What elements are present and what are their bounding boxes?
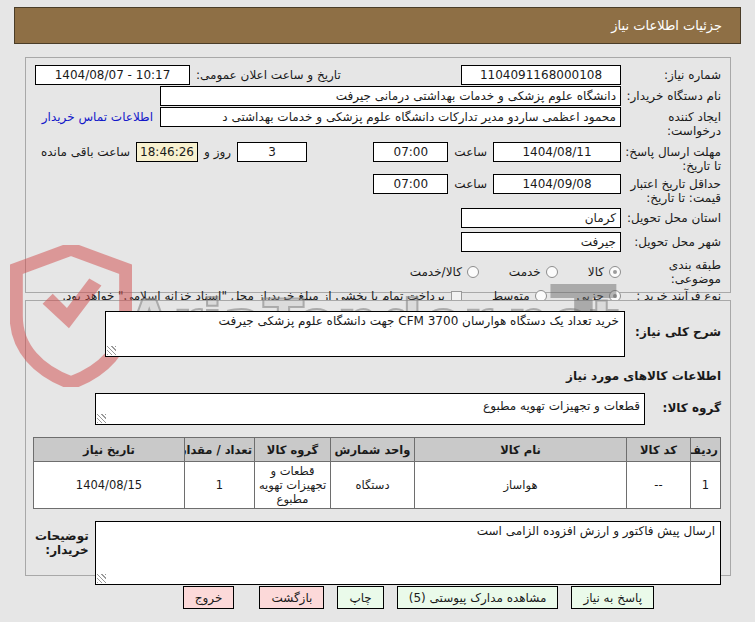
remaining-suffix-label: ساعت باقی مانده: [35, 142, 136, 159]
classification-label: طبقه بندی موضوعی:: [621, 258, 721, 286]
kala-khedmat-radio[interactable]: [467, 266, 479, 278]
goods-group-field[interactable]: قطعات و تجهیزات تهویه مطبوع: [95, 393, 645, 425]
classification-row: طبقه بندی موضوعی: کالا خدمت کالا/خدمت: [35, 258, 721, 286]
buyer-org-row: نام دستگاه خریدار: دانشگاه علوم پزشکی و …: [35, 86, 721, 106]
cell-quantity: 1: [185, 462, 255, 509]
validity-date-field[interactable]: 1404/09/08: [493, 174, 621, 194]
days-and-label: روز و: [198, 142, 237, 159]
back-button[interactable]: بازگشت: [259, 586, 324, 609]
request-creator-field[interactable]: محمود اعظمی ساردو مدیر تدارکات دانشگاه ع…: [160, 107, 621, 127]
need-info-group: شماره نیاز: 1104091168000108 تاریخ و ساع…: [25, 57, 731, 293]
need-description-row: شرح کلی نیاز: خرید تعداد یک دستگاه هوارس…: [35, 311, 721, 357]
validity-time-field[interactable]: 07:00: [373, 174, 448, 194]
goods-info-heading: اطلاعات کالاهای مورد نیاز: [35, 369, 721, 383]
validity-hour-label: ساعت: [448, 174, 493, 191]
need-number-field[interactable]: 1104091168000108: [461, 65, 621, 85]
deadline-time-field[interactable]: 07:00: [373, 142, 448, 162]
resize-grip-icon[interactable]: [97, 574, 106, 583]
province-field[interactable]: کرمان: [461, 208, 621, 228]
cell-goods-name: هواساز: [415, 462, 627, 509]
announce-datetime-field[interactable]: 1404/08/07 - 10:17: [35, 65, 190, 85]
need-number-label: شماره نیاز:: [621, 65, 721, 82]
buyer-notes-textarea[interactable]: ارسال پیش فاکتور و ارزش افزوده الزامی اس…: [95, 521, 721, 585]
remaining-time-field: 18:46:26: [136, 142, 198, 162]
request-creator-label: ایجاد کننده درخواست:: [621, 107, 721, 138]
need-description-group: شرح کلی نیاز: خرید تعداد یک دستگاه هوارس…: [25, 300, 731, 576]
exit-button[interactable]: خروج: [183, 586, 235, 609]
response-deadline-row: مهلت ارسال پاسخ: تا تاریخ: 1404/08/11 سا…: [35, 142, 721, 173]
need-description-textarea[interactable]: خرید تعداد یک دستگاه هوارسان CFM 3700 جه…: [105, 311, 625, 357]
col-count-unit: واحد شمارش: [331, 438, 415, 462]
col-goods-name: نام کالا: [415, 438, 627, 462]
need-description-label: شرح کلی نیاز:: [625, 311, 721, 339]
goods-group-row: گروه کالا: قطعات و تجهیزات تهویه مطبوع: [35, 393, 721, 425]
view-attachments-button[interactable]: مشاهده مدارک پیوستی (5): [397, 586, 559, 609]
buyer-notes-label: توضیحات خریدار:: [35, 521, 89, 557]
classification-option-kala: کالا: [588, 265, 621, 279]
resize-grip-icon[interactable]: [97, 414, 106, 423]
buyer-org-field[interactable]: دانشگاه علوم پزشکی و خدمات بهداشتی درمان…: [160, 86, 621, 106]
page-title-bar: جزئیات اطلاعات نیاز: [14, 7, 741, 44]
action-button-row: پاسخ به نیاز مشاهده مدارک پیوستی (5) چاپ…: [183, 586, 654, 609]
need-number-row: شماره نیاز: 1104091168000108 تاریخ و ساع…: [35, 65, 721, 85]
province-label: استان محل تحویل:: [621, 208, 721, 225]
resize-grip-icon[interactable]: [107, 346, 116, 355]
response-deadline-label: مهلت ارسال پاسخ: تا تاریخ:: [621, 142, 721, 173]
goods-group-label: گروه کالا:: [645, 393, 721, 415]
classification-option-kala-khedmat: کالا/خدمت: [410, 265, 479, 279]
deadline-hour-label: ساعت: [448, 142, 493, 159]
deadline-date-field[interactable]: 1404/08/11: [493, 142, 621, 162]
respond-to-need-button[interactable]: پاسخ به نیاز: [571, 586, 654, 609]
cell-need-date: 1404/08/15: [34, 462, 185, 509]
cell-row-index: 1: [691, 462, 721, 509]
classification-option-khedmat: خدمت: [509, 265, 558, 279]
col-need-date: تاریخ نیاز: [34, 438, 185, 462]
city-label: شهر محل تحویل:: [621, 232, 721, 249]
col-quantity: تعداد / مقدار: [185, 438, 255, 462]
cell-count-unit: دستگاه: [331, 462, 415, 509]
goods-table-header-row: ردیف کد کالا نام کالا واحد شمارش گروه کا…: [34, 438, 721, 462]
request-creator-row: ایجاد کننده درخواست: محمود اعظمی ساردو م…: [35, 107, 721, 138]
col-row-index: ردیف: [691, 438, 721, 462]
buyer-notes-row: ارسال پیش فاکتور و ارزش افزوده الزامی اس…: [35, 521, 721, 585]
price-validity-row: حداقل تاریخ اعتبار قیمت: تا تاریخ: 1404/…: [35, 174, 721, 205]
city-row: شهر محل تحویل: جیرفت: [35, 232, 721, 255]
page-title: جزئیات اطلاعات نیاز: [611, 18, 722, 33]
khedmat-radio[interactable]: [546, 266, 558, 278]
cell-goods-group: قطعات و تجهیزات تهویه مطبوع: [255, 462, 331, 509]
buyer-contact-link[interactable]: اطلاعات تماس خریدار: [42, 107, 153, 124]
buyer-org-label: نام دستگاه خریدار:: [621, 86, 721, 103]
remaining-days-field[interactable]: 3: [237, 142, 307, 162]
cell-goods-code: --: [627, 462, 691, 509]
print-button[interactable]: چاپ: [337, 586, 383, 609]
announce-datetime-label: تاریخ و ساعت اعلان عمومی:: [190, 65, 347, 82]
goods-table-row: 1 -- هواساز دستگاه قطعات و تجهیزات تهویه…: [34, 462, 721, 509]
city-field[interactable]: جیرفت: [461, 232, 621, 252]
province-row: استان محل تحویل: کرمان: [35, 208, 721, 231]
goods-table: ردیف کد کالا نام کالا واحد شمارش گروه کا…: [33, 437, 721, 509]
kala-radio[interactable]: [609, 266, 621, 278]
price-validity-label: حداقل تاریخ اعتبار قیمت: تا تاریخ:: [621, 174, 721, 205]
col-goods-group: گروه کالا: [255, 438, 331, 462]
col-goods-code: کد کالا: [627, 438, 691, 462]
